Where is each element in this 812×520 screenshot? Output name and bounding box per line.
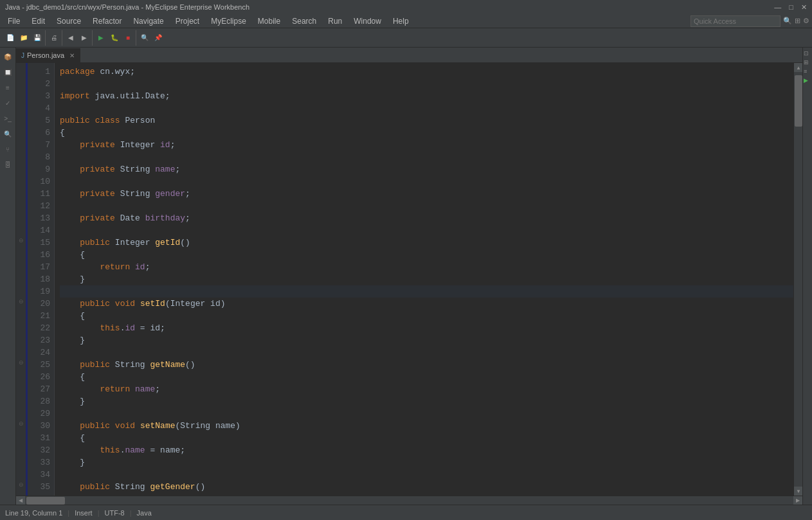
- scroll-up-btn[interactable]: ▲: [794, 63, 802, 72]
- fold-marker-setid[interactable]: ⊖: [16, 295, 26, 307]
- code-line-34: [60, 469, 793, 481]
- green-arrow-icon[interactable]: ▶: [804, 77, 811, 85]
- scroll-track-v[interactable]: [794, 72, 802, 487]
- horizontal-scrollbar[interactable]: ◀ ▶: [16, 496, 802, 505]
- fold-marker-setname[interactable]: ⊖: [16, 417, 26, 429]
- activity-search-icon[interactable]: 🔍: [1, 127, 14, 140]
- scroll-thumb-v[interactable]: [795, 75, 802, 127]
- search-icon: 🔍: [783, 17, 792, 25]
- code-line-18: }: [60, 273, 793, 285]
- fold-marker-getname[interactable]: ⊖: [16, 356, 26, 368]
- line-numbers: 1 2 3 4 5 6 7 8 9 10 11 12 13 14 15 16 1…: [28, 63, 55, 496]
- status-insert-mode: Insert: [75, 509, 93, 517]
- minimap-icon[interactable]: ⊡: [804, 50, 811, 58]
- status-file-type: Java: [137, 509, 152, 517]
- fold-marker-getid[interactable]: ⊖: [16, 234, 26, 246]
- code-line-15: public Integer getId(): [60, 237, 793, 249]
- back-btn[interactable]: ◀: [64, 31, 77, 44]
- toolbar-nav-group: ◀ ▶: [63, 30, 93, 46]
- title-text: Java - jdbc_demo1/src/cn/wyx/Person.java…: [5, 3, 249, 11]
- menu-run[interactable]: Run: [323, 15, 347, 27]
- scroll-thumb-h[interactable]: [26, 497, 65, 505]
- code-line-27: return name;: [60, 383, 793, 395]
- activity-package-icon[interactable]: 📦: [1, 50, 14, 63]
- scroll-left-btn[interactable]: ◀: [16, 496, 25, 505]
- scroll-right-btn[interactable]: ▶: [793, 496, 802, 505]
- minimize-btn[interactable]: —: [774, 3, 781, 12]
- code-line-36: {: [60, 493, 793, 496]
- activity-bar: 📦 🔲 ≡ ✓ >_ 🔍 ⑂ 🗄: [0, 48, 16, 505]
- search-toolbar-btn[interactable]: 🔍: [138, 31, 151, 44]
- toolbar-run-group: ▶ 🐛 ■: [93, 30, 136, 46]
- maximize-btn[interactable]: □: [789, 3, 793, 12]
- menu-source[interactable]: Source: [51, 15, 86, 27]
- scroll-down-btn[interactable]: ▼: [794, 487, 802, 496]
- menu-file[interactable]: File: [3, 15, 25, 27]
- code-line-33: }: [60, 456, 793, 469]
- tab-close-btn[interactable]: ✕: [69, 52, 75, 59]
- menu-search[interactable]: Search: [287, 15, 321, 27]
- status-line-col: Line 19, Column 1: [5, 509, 62, 517]
- vertical-scrollbar[interactable]: ▲ ▼: [793, 63, 802, 496]
- close-btn[interactable]: ✕: [801, 3, 807, 12]
- code-content[interactable]: package cn.wyx; import java.util.Date; p…: [55, 63, 793, 496]
- layout-icon[interactable]: ⊞: [795, 17, 800, 25]
- menu-myeclipse[interactable]: MyEclipse: [206, 15, 251, 27]
- stop-btn[interactable]: ■: [122, 31, 134, 44]
- scroll-track-h[interactable]: [25, 496, 793, 505]
- save-btn[interactable]: 💾: [31, 31, 44, 44]
- activity-db-icon[interactable]: 🗄: [1, 158, 14, 171]
- menu-bar: File Edit Source Refactor Navigate Proje…: [0, 14, 812, 28]
- activity-outline-icon[interactable]: ≡: [1, 81, 14, 94]
- tab-filename: Person.java: [27, 51, 64, 59]
- settings-icon[interactable]: ⚙: [803, 17, 809, 25]
- run-btn[interactable]: ▶: [95, 31, 107, 44]
- code-line-26: {: [60, 371, 793, 383]
- activity-git-icon[interactable]: ⑂: [1, 143, 14, 156]
- print-btn[interactable]: 🖨: [48, 31, 60, 44]
- menu-edit[interactable]: Edit: [26, 15, 50, 27]
- menu-mobile[interactable]: Mobile: [253, 15, 285, 27]
- quick-access-input[interactable]: [690, 15, 780, 27]
- java-file-icon: J: [21, 52, 24, 59]
- open-btn[interactable]: 📁: [17, 31, 30, 44]
- toolbar: 📄 📁 💾 🖨 ◀ ▶ ▶ 🐛 ■ 🔍 📌: [0, 28, 812, 48]
- debug-btn[interactable]: 🐛: [108, 31, 121, 44]
- code-line-28: }: [60, 395, 793, 408]
- code-line-1: package cn.wyx;: [60, 66, 793, 78]
- code-editor-container: ⊖ ⊖ ⊖ ⊖ ⊖: [16, 63, 802, 496]
- active-tab[interactable]: J Person.java ✕: [16, 48, 80, 62]
- code-line-9: private String name;: [60, 163, 793, 175]
- status-separator-3: |: [130, 509, 132, 517]
- code-line-21: {: [60, 310, 793, 322]
- forward-btn[interactable]: ▶: [78, 31, 91, 44]
- new-btn[interactable]: 📄: [4, 31, 17, 44]
- blue-line-marker: [26, 63, 28, 496]
- code-line-25: public String getName(): [60, 359, 793, 371]
- menu-help[interactable]: Help: [388, 15, 414, 27]
- activity-console-icon[interactable]: >_: [1, 112, 14, 125]
- status-bar: Line 19, Column 1 | Insert | UTF-8 | Jav…: [0, 505, 812, 520]
- code-line-2: [60, 78, 793, 90]
- editor-area: J Person.java ✕: [16, 48, 802, 505]
- quick-access-area: 🔍 ⊞ ⚙: [690, 15, 809, 27]
- main-layout: 📦 🔲 ≡ ✓ >_ 🔍 ⑂ 🗄 J Person.java ✕: [0, 48, 812, 505]
- fold-marker-getgender[interactable]: ⊖: [16, 478, 26, 490]
- toolbar-misc-group: 🔍 📌: [137, 30, 166, 46]
- menu-navigate[interactable]: Navigate: [128, 15, 168, 27]
- window-controls: — □ ✕: [774, 3, 807, 12]
- activity-tasks-icon[interactable]: ✓: [1, 96, 14, 109]
- code-line-8: [60, 151, 793, 163]
- menu-refactor[interactable]: Refactor: [87, 15, 127, 27]
- code-line-10: [60, 175, 793, 188]
- code-line-17: return id;: [60, 261, 793, 273]
- menu-project[interactable]: Project: [170, 15, 204, 27]
- layout-toggle-icon[interactable]: ⊞: [804, 59, 811, 67]
- code-line-12: [60, 200, 793, 212]
- activity-hierarchy-icon[interactable]: 🔲: [1, 66, 14, 78]
- code-line-3: import java.util.Date;: [60, 90, 793, 102]
- code-line-6: {: [60, 127, 793, 139]
- marker-btn[interactable]: 📌: [152, 31, 165, 44]
- menu-window[interactable]: Window: [348, 15, 386, 27]
- settings-side-icon[interactable]: ≡: [804, 68, 811, 76]
